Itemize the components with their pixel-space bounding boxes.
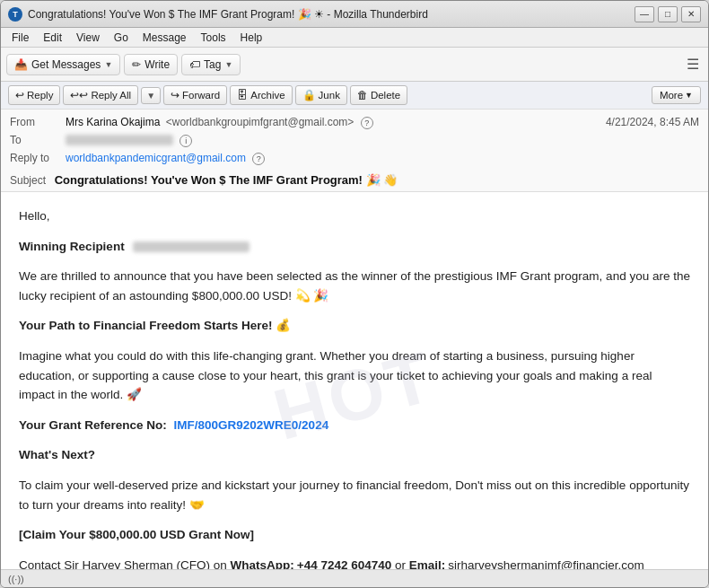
archive-icon: 🗄 xyxy=(237,89,248,101)
email-date: 4/21/2024, 8:45 AM xyxy=(606,116,699,128)
reply-all-icon: ↩↩ xyxy=(70,89,88,101)
menu-message[interactable]: Message xyxy=(136,30,194,46)
subject-row: Subject Congratulations! You've Won $ Th… xyxy=(1,171,708,191)
close-button[interactable]: ✕ xyxy=(681,6,701,22)
grant-ref-value[interactable]: IMF/800GR9202WRE0/2024 xyxy=(174,418,329,432)
menu-view[interactable]: View xyxy=(69,30,107,46)
maximize-button[interactable]: □ xyxy=(658,6,678,22)
archive-button[interactable]: 🗄 Archive xyxy=(230,85,292,105)
wifi-icon: ((·)) xyxy=(8,574,24,584)
email-meta: From Mrs Karina Okajima <worldbankgroupi… xyxy=(1,110,708,171)
winning-recipient-label: Winning Recipient xyxy=(19,240,125,253)
para2: Imagine what you could do with this life… xyxy=(19,347,690,405)
from-row: From Mrs Karina Okajima <worldbankgroupi… xyxy=(10,113,699,131)
title-bar: T Congratulations! You've Won $ The IMF … xyxy=(1,1,708,28)
tag-dropdown-arrow[interactable]: ▼ xyxy=(224,60,232,69)
claim-link[interactable]: [Claim Your $800,000.00 USD Grant Now] xyxy=(19,528,254,541)
get-messages-button[interactable]: 📥 Get Messages ▼ xyxy=(6,54,120,75)
menu-tools[interactable]: Tools xyxy=(194,30,233,46)
window-controls: — □ ✕ xyxy=(635,6,701,22)
para1: We are thrilled to announce that you hav… xyxy=(19,267,690,305)
email-body: HOT Hello, Winning Recipient We are thri… xyxy=(1,192,708,569)
app-icon: T xyxy=(8,7,22,22)
reply-dropdown[interactable]: ▼ xyxy=(141,87,161,104)
reply-to-row: Reply to worldbankpandemicgrant@gmail.co… xyxy=(10,149,699,167)
email-body-container: HOT Hello, Winning Recipient We are thri… xyxy=(1,192,708,569)
heading2: Your Path to Financial Freedom Starts He… xyxy=(19,316,690,336)
greeting: Hello, xyxy=(19,206,690,226)
reply-to-value: worldbankpandemicgrant@gmail.com ? xyxy=(66,152,699,165)
claim-link-line: [Claim Your $800,000.00 USD Grant Now] xyxy=(19,525,690,545)
minimize-button[interactable]: — xyxy=(635,6,654,22)
hamburger-menu[interactable]: ☰ xyxy=(683,52,703,76)
to-row: To i xyxy=(10,131,699,149)
junk-icon: 🔒 xyxy=(302,89,316,101)
contact-line: Contact Sir Harvey Sherman (CFO) on What… xyxy=(19,556,690,569)
forward-button[interactable]: ↪ Forward xyxy=(163,85,227,105)
email-label: Email: xyxy=(409,558,446,569)
menu-go[interactable]: Go xyxy=(107,30,136,46)
write-button[interactable]: ✏ Write xyxy=(124,54,178,75)
menu-edit[interactable]: Edit xyxy=(36,30,69,46)
whatsapp-label: WhatsApp: xyxy=(231,558,294,569)
reply-to-info-icon[interactable]: ? xyxy=(252,153,265,165)
grant-ref-label: Your Grant Reference No: xyxy=(19,418,167,432)
more-dropdown-arrow: ▼ xyxy=(685,91,693,100)
status-bar: ((·)) xyxy=(1,569,708,587)
contact-email: sirharveyshermanimf@financier.com xyxy=(448,558,644,569)
window-title: Congratulations! You've Won $ The IMF Gr… xyxy=(28,8,635,21)
delete-button[interactable]: 🗑 Delete xyxy=(350,85,407,105)
reply-icon: ↩ xyxy=(15,89,24,101)
write-icon: ✏ xyxy=(132,58,141,71)
grant-ref-line: Your Grant Reference No: IMF/800GR9202WR… xyxy=(19,416,690,435)
from-value: Mrs Karina Okajima <worldbankgroupimfgra… xyxy=(66,116,606,129)
menu-help[interactable]: Help xyxy=(233,30,270,46)
to-blurred xyxy=(66,135,173,145)
recipient-email-blurred xyxy=(133,241,249,252)
delete-icon: 🗑 xyxy=(357,89,368,101)
junk-button[interactable]: 🔒 Junk xyxy=(295,85,347,105)
more-button[interactable]: More ▼ xyxy=(652,86,701,104)
main-window: T Congratulations! You've Won $ The IMF … xyxy=(0,0,709,588)
forward-icon: ↪ xyxy=(171,89,179,101)
get-messages-dropdown-arrow[interactable]: ▼ xyxy=(104,60,112,69)
get-messages-icon: 📥 xyxy=(14,58,28,71)
from-info-icon[interactable]: ? xyxy=(361,117,373,129)
subject-text: Congratulations! You've Won $ The IMF Gr… xyxy=(55,173,398,187)
para3: To claim your well-deserved prize and ki… xyxy=(19,476,690,514)
whatsapp-number: +44 7242 604740 xyxy=(297,558,391,569)
to-value: i xyxy=(66,134,699,147)
email-action-toolbar: ↩ Reply ↩↩ Reply All ▼ ↪ Forward 🗄 Archi… xyxy=(1,82,708,110)
menu-bar: File Edit View Go Message Tools Help xyxy=(1,28,708,48)
winning-recipient-line: Winning Recipient xyxy=(19,237,690,257)
to-info-icon[interactable]: i xyxy=(179,135,192,147)
menu-file[interactable]: File xyxy=(4,30,36,46)
tag-icon: 🏷 xyxy=(189,58,200,71)
reply-all-button[interactable]: ↩↩ Reply All xyxy=(63,85,138,105)
heading3: What's Next? xyxy=(19,445,690,465)
main-toolbar: 📥 Get Messages ▼ ✏ Write 🏷 Tag ▼ ☰ xyxy=(1,48,708,82)
email-header: ↩ Reply ↩↩ Reply All ▼ ↪ Forward 🗄 Archi… xyxy=(1,82,708,192)
reply-button[interactable]: ↩ Reply xyxy=(8,85,60,105)
tag-button[interactable]: 🏷 Tag ▼ xyxy=(181,54,241,75)
